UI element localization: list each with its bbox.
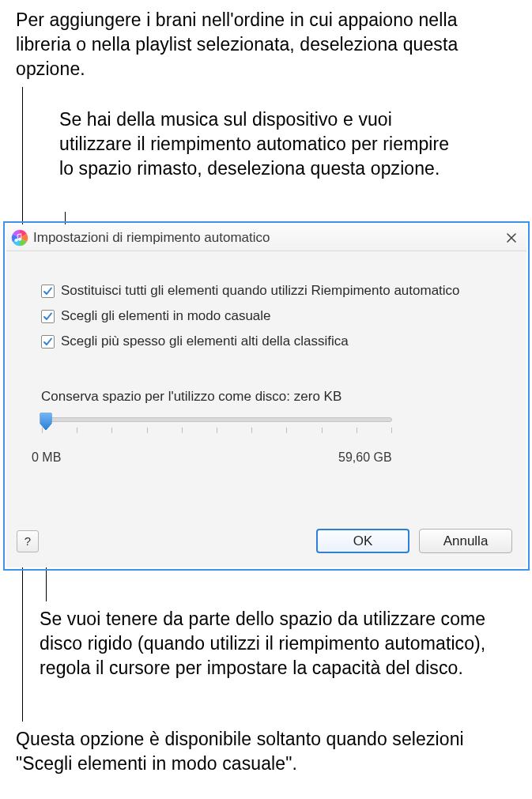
checkbox-label: Scegli gli elementi in modo casuale [61,308,271,324]
slider-thumb-icon [39,413,53,432]
close-button[interactable] [503,229,520,247]
slider-max-label: 59,60 GB [338,450,392,465]
checkbox-replace-all[interactable]: Sostituisci tutti gli elementi quando ut… [41,283,460,299]
help-button[interactable]: ? [17,530,39,552]
callout-reserve-space: Se vuoi tenere da parte dello spazio da … [40,607,498,680]
reserve-value: zero KB [294,389,341,404]
callout-higher-rated: Questa opzione è disponibile soltanto qu… [16,727,506,776]
itunes-icon [11,229,28,247]
slider-track [41,417,392,422]
callout-replace-all: Se hai della musica sul dispositivo e vu… [59,107,455,181]
checkbox-box [41,335,55,349]
reserve-space-slider[interactable] [41,417,392,422]
dialog-window: Impostazioni di riempimento automatico [3,221,530,571]
callout-random-order: Per aggiungere i brani nell'ordine in cu… [16,8,458,81]
checkbox-box [41,285,55,298]
help-icon: ? [25,534,31,548]
checkbox-box [41,310,55,323]
checkmark-icon [43,286,53,296]
close-icon [506,232,517,243]
checkbox-label: Sostituisci tutti gli elementi quando ut… [61,283,460,299]
checkmark-icon [43,337,53,347]
reserve-prefix: Conserva spazio per l'utilizzo come disc… [41,389,294,404]
checkbox-label: Scegli più spesso gli elementi alti dell… [61,334,349,349]
slider-thumb[interactable] [39,413,53,432]
checkmark-icon [43,311,53,322]
dialog-title: Impostazioni di riempimento automatico [33,230,503,246]
reserve-space-label: Conserva spazio per l'utilizzo come disc… [41,389,341,405]
cancel-button[interactable]: Annulla [419,529,512,553]
button-label: Annulla [443,533,489,549]
button-label: OK [353,533,373,549]
ok-button[interactable]: OK [316,529,409,553]
checkbox-higher-rated[interactable]: Scegli più spesso gli elementi alti dell… [41,334,349,349]
checkbox-random[interactable]: Scegli gli elementi in modo casuale [41,308,271,324]
slider-min-label: 0 MB [32,450,61,465]
titlebar: Impostazioni di riempimento automatico [6,224,526,251]
